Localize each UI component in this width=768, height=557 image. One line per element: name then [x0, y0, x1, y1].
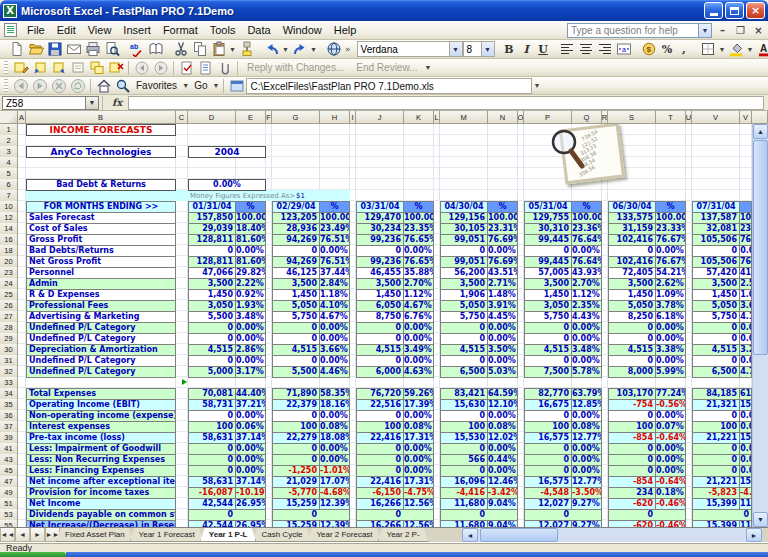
- start-button-fragment[interactable]: [0, 552, 66, 557]
- menu-help[interactable]: Help: [328, 22, 363, 38]
- cell-r32-m4-pct[interactable]: 5.03%: [487, 366, 518, 378]
- currency-icon[interactable]: $: [640, 41, 659, 58]
- scroll-down-icon[interactable]: ▼: [753, 512, 768, 527]
- cell-r32-m3-value[interactable]: 6,000: [356, 366, 404, 378]
- name-box[interactable]: Z58: [2, 96, 86, 110]
- percent-style-icon[interactable]: %: [659, 41, 676, 58]
- bad-debt-label[interactable]: Bad Debt & Returns: [26, 179, 176, 191]
- next-change-icon[interactable]: [151, 59, 170, 76]
- toolbar-overflow-icon[interactable]: »: [345, 44, 351, 54]
- bad-debt-value[interactable]: 0.00%: [188, 179, 266, 191]
- refresh-icon[interactable]: [68, 77, 87, 94]
- bold-icon[interactable]: B: [501, 41, 518, 58]
- column-header-C[interactable]: C: [176, 111, 188, 124]
- vertical-scrollbar[interactable]: ▲ ▼: [752, 124, 768, 527]
- favorites-arrow-icon[interactable]: ▼: [181, 82, 190, 89]
- home-icon[interactable]: [94, 77, 113, 94]
- cell-r55-m4-value[interactable]: 11,680: [440, 520, 488, 527]
- comma-style-icon[interactable]: ,: [676, 41, 693, 58]
- format-painter-icon[interactable]: [237, 41, 256, 58]
- column-header-G[interactable]: G: [272, 111, 320, 124]
- spelling-icon[interactable]: ab: [127, 41, 146, 58]
- menu-format[interactable]: Format: [157, 22, 204, 38]
- hscroll-right-icon[interactable]: ►: [746, 528, 762, 542]
- font-name-select[interactable]: Verdana▼: [357, 41, 463, 57]
- back-icon[interactable]: [11, 77, 30, 94]
- column-header-N[interactable]: N: [488, 111, 518, 124]
- borders-arrow-icon[interactable]: ▼: [718, 46, 727, 53]
- next-comment-icon[interactable]: [49, 59, 68, 76]
- borders-icon[interactable]: [699, 41, 718, 58]
- web-search-icon[interactable]: [113, 77, 132, 94]
- cell-r32-m6-value[interactable]: 8,000: [608, 366, 656, 378]
- reject-change-icon[interactable]: [196, 59, 215, 76]
- column-header-J[interactable]: J: [356, 111, 404, 124]
- cell-r55-m3-value[interactable]: 16,266: [356, 520, 404, 527]
- align-center-icon[interactable]: [577, 41, 596, 58]
- underline-icon[interactable]: U: [535, 41, 552, 58]
- align-left-icon[interactable]: [558, 41, 577, 58]
- name-box-dropdown-icon[interactable]: ▼: [86, 96, 99, 110]
- font-color-icon[interactable]: A: [755, 41, 768, 58]
- cell-r55-m1-pct[interactable]: 26.95%: [235, 520, 266, 527]
- cell-r32-m1-pct[interactable]: 3.17%: [235, 366, 266, 378]
- redo-arrow-icon[interactable]: ▼: [309, 46, 318, 53]
- close-button[interactable]: ×: [746, 2, 765, 19]
- cell-r55-m2-pct[interactable]: 12.39%: [319, 520, 350, 527]
- menu-insert[interactable]: Insert: [117, 22, 157, 38]
- merge-documents-icon[interactable]: [215, 59, 234, 76]
- column-header-K[interactable]: K: [404, 111, 434, 124]
- row-header-55[interactable]: 55: [0, 520, 18, 527]
- next-sheet-icon[interactable]: ►: [30, 528, 45, 542]
- cell-r55-m4-pct[interactable]: 9.04%: [487, 520, 518, 527]
- help-dropdown-icon[interactable]: ▼: [699, 23, 712, 38]
- cell-r55-m3-pct[interactable]: 12.56%: [403, 520, 434, 527]
- review-overflow-arrow-icon[interactable]: ▼: [423, 64, 432, 71]
- research-icon[interactable]: [146, 41, 165, 58]
- workbook-restore-icon[interactable]: ❐: [733, 23, 748, 37]
- sheet-tab-cash-cycle[interactable]: Cash Cycle: [252, 528, 311, 542]
- hscroll-left-icon[interactable]: ◄: [462, 528, 478, 542]
- redo-icon[interactable]: [290, 41, 309, 58]
- mail-icon[interactable]: [64, 41, 83, 58]
- column-header-S[interactable]: S: [608, 111, 656, 124]
- favorites-button[interactable]: Favorites: [132, 80, 181, 91]
- previous-sheet-icon[interactable]: ◄: [15, 528, 30, 542]
- maximize-button[interactable]: [725, 2, 744, 19]
- cut-icon[interactable]: [171, 41, 190, 58]
- column-header-P[interactable]: P: [524, 111, 572, 124]
- cell-r55-m5-value[interactable]: 12,027: [524, 520, 572, 527]
- workbook-close-icon[interactable]: ×: [751, 23, 766, 37]
- workbook-minimize-icon[interactable]: –: [715, 23, 730, 37]
- save-icon[interactable]: [45, 41, 64, 58]
- sheet-tab-year-1-forecast[interactable]: Year 1 Forecast: [130, 528, 204, 542]
- income-forecasts-title[interactable]: INCOME FORECASTS: [26, 124, 176, 136]
- forecast-year[interactable]: 2004: [188, 146, 266, 158]
- cell-r55-m7-pct[interactable]: 11.19%: [739, 520, 752, 527]
- italic-icon[interactable]: I: [518, 41, 535, 58]
- cell-r32-m7-pct[interactable]: 4.72%: [739, 366, 752, 378]
- sheet-tab-fixed-asset-plan[interactable]: Fixed Asset Plan: [56, 528, 134, 542]
- paste-arrow-icon[interactable]: ▼: [228, 46, 237, 53]
- fill-color-arrow-icon[interactable]: ▼: [746, 46, 755, 53]
- scroll-up-icon[interactable]: ▲: [753, 124, 768, 139]
- first-sheet-icon[interactable]: ◄◄: [0, 528, 15, 542]
- column-header-Q[interactable]: Q: [572, 111, 602, 124]
- previous-change-icon[interactable]: [132, 59, 151, 76]
- show-comment-icon[interactable]: [68, 59, 87, 76]
- column-header-E[interactable]: E: [236, 111, 266, 124]
- previous-comment-icon[interactable]: [30, 59, 49, 76]
- column-header-H[interactable]: H: [320, 111, 350, 124]
- column-header-V[interactable]: V: [740, 111, 752, 124]
- menu-data[interactable]: Data: [241, 22, 276, 38]
- go-button[interactable]: Go: [190, 80, 211, 91]
- column-header-B[interactable]: B: [26, 111, 176, 124]
- open-folder-icon[interactable]: [26, 41, 45, 58]
- row-label-55[interactable]: Net Increase/(Decrease) in Reserves: [26, 520, 176, 527]
- accept-change-icon[interactable]: [177, 59, 196, 76]
- cell-r32-m7-value[interactable]: 6,500: [692, 366, 740, 378]
- toolbar-options-web-icon[interactable]: [227, 77, 246, 94]
- cell-r32-m4-value[interactable]: 6,500: [440, 366, 488, 378]
- show-all-comments-icon[interactable]: [87, 59, 106, 76]
- sheet-tab-year-2-forecast[interactable]: Year 2 Forecast: [307, 528, 381, 542]
